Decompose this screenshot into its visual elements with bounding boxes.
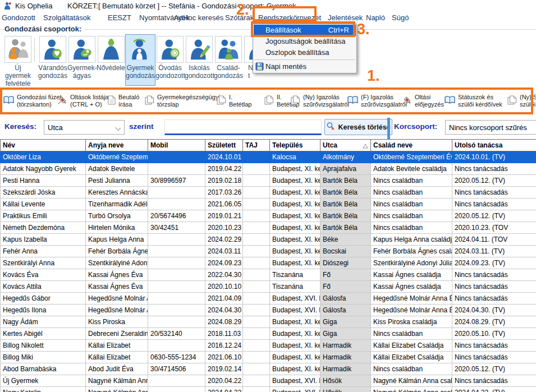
table-cell[interactable]	[148, 257, 205, 269]
table-cell[interactable]	[243, 151, 270, 163]
table-cell[interactable]	[148, 316, 205, 328]
table-cell[interactable]	[243, 340, 270, 352]
table-cell[interactable]: 2024.04.11. (TOV	[452, 234, 536, 246]
table-cell[interactable]: Aprajafalva	[320, 163, 371, 175]
table-cell[interactable]	[148, 293, 205, 305]
table-cell[interactable]: Harmadik	[320, 363, 371, 375]
table-cell[interactable]: Gálosfa	[320, 293, 371, 305]
table-cell[interactable]: Harmadik	[320, 340, 371, 352]
table-cell[interactable]: Hegedűsné Molnár Anna Éva csa	[371, 305, 452, 316]
table-cell[interactable]: Kállai Elizabet Családja	[371, 340, 452, 352]
table-cell[interactable]: Tiszanána	[270, 281, 320, 293]
table-cell[interactable]: Hősök	[320, 387, 371, 392]
table-cell[interactable]: 2020.04.22	[205, 375, 243, 387]
table-cell[interactable]: 2024.09.23	[205, 257, 243, 269]
column-header-8[interactable]: Család neve	[371, 140, 452, 151]
table-cell[interactable]: Budapest, XI. kerület	[270, 316, 320, 328]
table-cell[interactable]: 2024.08.29	[205, 316, 243, 328]
table-cell[interactable]: Budapest, XVI. kerül	[270, 375, 320, 387]
table-cell[interactable]	[243, 246, 270, 257]
table-cell[interactable]: Kállai Elizabet Családja	[371, 352, 452, 363]
table-cell[interactable]	[148, 340, 205, 352]
table-cell[interactable]	[243, 363, 270, 375]
table-cell[interactable]: Budapest, XI. kerület	[270, 246, 320, 257]
menu-item-8[interactable]: Jelentések	[328, 13, 363, 22]
table-cell[interactable]: Nagyné Kálmán Anna családja	[371, 375, 452, 387]
table-cell[interactable]: Nincs tanácsadás	[452, 199, 536, 210]
table-cell[interactable]: Adatok Bevitele	[86, 163, 148, 175]
table-cell[interactable]: 20/532140	[148, 328, 205, 340]
table-cell[interactable]: 2018.11.03	[205, 328, 243, 340]
care-group-button-2[interactable]: Várandósgondozás	[38, 35, 67, 85]
table-cell[interactable]: 2020.10.23	[205, 222, 243, 234]
context-menu-item-4[interactable]: Napi mentés	[254, 61, 356, 72]
table-cell[interactable]: Szekszárdi Jóska	[1, 187, 86, 199]
table-cell[interactable]: Kassai Ágnes családja	[371, 281, 452, 293]
care-group-button-5[interactable]: Gyermekgondozás	[126, 35, 155, 85]
table-cell[interactable]: Budapest, XI. kerület	[270, 328, 320, 340]
table-cell[interactable]: 2016.12.24	[205, 340, 243, 352]
table-cell[interactable]: Kapus Helga Anna	[86, 234, 148, 246]
table-cell[interactable]: 2024.09.23. (TV)	[452, 257, 536, 269]
table-cell[interactable]: Októberné Szeptembe	[86, 151, 148, 163]
table-cell[interactable]: Szentkirályiné Adonyi Júlia csalá	[371, 257, 452, 269]
table-cell[interactable]: 2019.02.18	[205, 175, 243, 187]
clear-search-button[interactable]: Keresés törlése	[324, 119, 392, 135]
table-cell[interactable]: Nincs tanácsadás	[452, 293, 536, 305]
table-cell[interactable]	[148, 281, 205, 293]
table-cell[interactable]: Fehér Anna	[1, 246, 86, 257]
table-cell[interactable]	[243, 316, 270, 328]
table-cell[interactable]: 2019.04.22	[205, 163, 243, 175]
table-cell[interactable]: Budapest, XI. kerület	[270, 163, 320, 175]
table-cell[interactable]: Abod Judit Éva	[86, 363, 148, 375]
table-cell[interactable]: Budapest, XI. kerület	[270, 340, 320, 352]
table-cell[interactable]: Debreceni Zseraldina	[86, 328, 148, 340]
table-cell[interactable]	[148, 199, 205, 210]
action-button-3[interactable]: Beutalóírása	[108, 93, 143, 109]
table-cell[interactable]: Nincs családban	[371, 363, 452, 375]
table-cell[interactable]: Hirtelen Mónika	[86, 222, 148, 234]
table-cell[interactable]: 2017.03.26	[205, 187, 243, 199]
menu-item-9[interactable]: Napló	[366, 13, 385, 22]
column-header-6[interactable]: Település	[270, 140, 320, 151]
table-cell[interactable]: Hegedűsné Molnár Anna Éva csa	[371, 293, 452, 305]
table-cell[interactable]: Nincs tanácsadás	[452, 352, 536, 363]
table-cell[interactable]: Budapest, XI. kerület	[270, 187, 320, 199]
menu-item-5[interactable]: AdHoc keresés	[174, 13, 223, 22]
table-cell[interactable]: Tiszanána	[270, 269, 320, 281]
table-cell[interactable]	[243, 234, 270, 246]
table-cell[interactable]	[243, 175, 270, 187]
table-cell[interactable]: Budapest, XVI. kerül	[270, 293, 320, 305]
table-cell[interactable]: Hegedűs Ilona	[1, 305, 86, 316]
action-button-10[interactable]: Státuszok ésszülői kérdőívek	[445, 93, 503, 109]
table-cell[interactable]: Nincs családban	[371, 199, 452, 210]
table-cell[interactable]: Budapest, XI. kerület	[270, 352, 320, 363]
column-header-9[interactable]: Utolsó tanácsa	[452, 140, 536, 151]
table-cell[interactable]	[148, 305, 205, 316]
table-cell[interactable]: 2024.10.01	[205, 151, 243, 163]
menu-item-3[interactable]: EESZT	[108, 13, 131, 22]
action-button-9[interactable]: Oltásielőjegyzés	[402, 93, 443, 109]
table-cell[interactable]: 2019.02.14	[205, 363, 243, 375]
table-cell[interactable]: 2024.02.29	[205, 234, 243, 246]
table-cell[interactable]: Diószegi	[320, 257, 371, 269]
table-cell[interactable]	[243, 328, 270, 340]
table-cell[interactable]	[243, 305, 270, 316]
table-cell[interactable]: 2020.05.10. (TV)	[452, 328, 536, 340]
table-cell[interactable]	[148, 234, 205, 246]
table-cell[interactable]: Bartók Béla	[320, 222, 371, 234]
table-cell[interactable]: Bartók Béla	[320, 199, 371, 210]
table-cell[interactable]: Október Liza	[1, 151, 86, 163]
care-group-button-1[interactable]: Újgyermekfelvétele	[3, 35, 33, 85]
table-cell[interactable]: Szentkirályi Anna	[1, 257, 86, 269]
table-cell[interactable]: Budapest, XI. kerület	[270, 257, 320, 269]
table-cell[interactable]: Turbó Orsolya	[86, 210, 148, 222]
table-cell[interactable]	[243, 210, 270, 222]
action-button-11[interactable]: (Ny) Stászülői é	[507, 93, 536, 109]
age-group-select[interactable]: Nincs korcsoport szűrés	[445, 120, 536, 135]
care-group-button-3[interactable]: Gyermek-ágyas	[67, 35, 97, 85]
table-cell[interactable]: Németh Dezdemóna	[1, 222, 86, 234]
table-cell[interactable]: Új Gyermek	[1, 375, 86, 387]
table-cell[interactable]: Kassai Ágnes családja	[371, 269, 452, 281]
table-cell[interactable]: Kovács Éva	[1, 269, 86, 281]
